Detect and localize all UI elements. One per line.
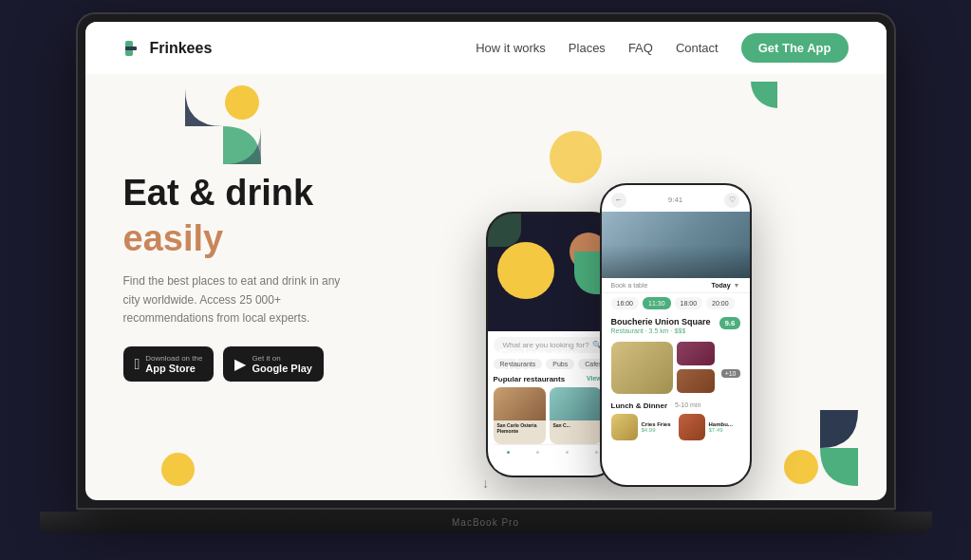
food-main-image	[611, 342, 673, 394]
phone-circle-yellow	[497, 242, 554, 299]
menu-item-2-img	[679, 414, 705, 440]
scroll-indicator: ↓	[482, 476, 489, 491]
nav-places[interactable]: Places	[569, 41, 606, 55]
food-sm-2: +10	[677, 369, 715, 393]
phone-deco-2	[488, 214, 521, 247]
time-display: 9:41	[668, 196, 683, 204]
laptop-label: MacBook Pro	[452, 517, 519, 528]
menu-section: Lunch & Dinner 5-10 min Cries Fries	[602, 398, 750, 444]
deco-yellow-bottom-left	[161, 453, 195, 486]
logo-text: Frinkees	[150, 40, 213, 57]
phone-right-header: ← 9:41 ♡	[602, 185, 750, 212]
nav-faq[interactable]: FAQ	[628, 41, 653, 55]
nav-explore[interactable]	[500, 451, 515, 466]
menu-label: Lunch & Dinner 5-10 min	[611, 401, 740, 410]
google-play-icon: ▶	[234, 355, 246, 373]
restaurant-cards: San Carlo Osteria Piemonte San C...	[494, 387, 611, 444]
svg-point-3	[784, 450, 818, 484]
menu-time-meta: 5-10 min	[675, 401, 700, 410]
nav-restaurants[interactable]	[530, 451, 545, 466]
restaurant-meta: Restaurant · 3.5 km · $$$	[611, 327, 711, 334]
time-slot-1[interactable]: 16:00	[611, 297, 640, 309]
nav-restaurants-dot	[536, 451, 539, 454]
deco-bottom-right	[782, 410, 858, 486]
nav-links: How it works Places FAQ Contact Get The …	[476, 33, 848, 63]
photo-gradient	[602, 245, 750, 278]
food-grid: +10	[602, 338, 750, 398]
phone-left-screen: Explore new places What are you looking …	[488, 214, 617, 476]
menu-item-1: Cries Fries $4.99	[611, 414, 671, 440]
more-photos-badge: +10	[721, 369, 740, 378]
logo-icon	[123, 39, 142, 58]
back-button[interactable]: ←	[611, 193, 626, 208]
restaurant-card-info-2: San C...	[550, 420, 602, 430]
hero-title-line1: Eat & drink	[123, 174, 389, 214]
restaurant-info: Boucherie Union Square Restaurant · 3.5 …	[602, 313, 750, 338]
booking-bar: Book a table Today ▼	[602, 278, 750, 293]
book-table-label: Book a table	[611, 282, 648, 289]
laptop-screen: Frinkees How it works Places FAQ Contact…	[78, 14, 894, 508]
laptop-base: MacBook Pro	[40, 512, 932, 532]
google-play-button[interactable]: ▶ Get it on Google Play	[223, 346, 324, 383]
bookmark-button[interactable]: ♡	[724, 193, 739, 208]
apple-store-text: Download on the App Store	[145, 354, 202, 375]
svg-point-2	[225, 85, 259, 120]
menu-item-2-name: Hambu...	[709, 421, 733, 427]
rating-badge: 9.6	[719, 317, 739, 329]
apple-store-button[interactable]:  Download on the App Store	[123, 346, 215, 383]
restaurant-card-info-1: San Carlo Osteria Piemonte	[494, 420, 546, 436]
menu-section-label: Lunch & Dinner	[611, 401, 668, 410]
restaurant-card-2: San C...	[550, 387, 602, 444]
google-play-text: Get it on Google Play	[252, 354, 312, 375]
menu-item-1-name: Cries Fries	[642, 421, 671, 427]
menu-item-2: Hambu... $7.49	[679, 414, 733, 440]
hero-description: Find the best places to eat and drink in…	[123, 272, 351, 327]
deco-top-left	[180, 84, 266, 169]
menu-item-1-info: Cries Fries $4.99	[642, 421, 671, 433]
time-slot-4[interactable]: 20:00	[706, 297, 735, 309]
website: Frinkees How it works Places FAQ Contact…	[85, 22, 887, 500]
time-slots: 16:00 11:30 18:00 20:00	[602, 293, 750, 313]
menu-items: Cries Fries $4.99 Hambu...	[611, 414, 740, 440]
restaurant-card-1: San Carlo Osteria Piemonte	[494, 387, 546, 444]
restaurant-card-img-2	[550, 387, 602, 420]
apple-store-small: Download on the	[145, 354, 202, 364]
store-buttons:  Download on the App Store ▶ Get it on	[123, 346, 389, 383]
nav-saved-dot	[566, 451, 569, 454]
phone-explore-text: Explore new places	[499, 345, 617, 380]
google-play-big: Google Play	[252, 363, 312, 374]
get-app-button[interactable]: Get The App	[741, 33, 849, 63]
today-label: Today	[711, 282, 730, 289]
hero-title-line2: easily	[123, 218, 389, 259]
restaurant-info-row: Boucherie Union Square Restaurant · 3.5 …	[611, 317, 740, 334]
today-selector[interactable]: Today ▼	[711, 282, 739, 289]
nav-how-it-works[interactable]: How it works	[476, 41, 546, 55]
phone-left: Explore new places What are you looking …	[486, 212, 619, 477]
hero-section: Eat & drink easily Find the best places …	[85, 74, 887, 500]
nav-saved[interactable]	[559, 451, 574, 466]
bottom-nav	[494, 444, 611, 470]
phone-right: ← 9:41 ♡	[600, 183, 752, 487]
time-slot-3[interactable]: 18:00	[675, 297, 703, 309]
restaurant-name: Boucherie Union Square	[611, 317, 711, 327]
menu-item-2-price: $7.49	[709, 427, 733, 433]
phones-container: Explore new places What are you looking …	[389, 88, 849, 487]
phone-right-screen: ← 9:41 ♡	[602, 185, 750, 485]
food-small-images: +10	[677, 342, 715, 394]
nav-explore-dot	[507, 451, 510, 454]
phone-left-bg: Explore new places What are you looking …	[488, 214, 617, 476]
navbar: Frinkees How it works Places FAQ Contact…	[85, 22, 887, 74]
screen-inner: Frinkees How it works Places FAQ Contact…	[85, 22, 887, 500]
photo-bg	[602, 212, 750, 278]
hero-content: Eat & drink easily Find the best places …	[123, 174, 389, 383]
logo: Frinkees	[123, 39, 213, 58]
dropdown-arrow: ▼	[734, 282, 740, 289]
google-play-small: Get it on	[252, 354, 312, 364]
svg-rect-1	[125, 47, 137, 50]
menu-item-1-img	[611, 414, 638, 440]
restaurant-name-1: San Carlo Osteria Piemonte	[497, 422, 542, 434]
restaurant-card-img-1	[494, 387, 546, 420]
nav-contact[interactable]: Contact	[676, 41, 719, 55]
time-slot-2[interactable]: 11:30	[643, 297, 671, 309]
apple-store-big: App Store	[145, 363, 202, 374]
